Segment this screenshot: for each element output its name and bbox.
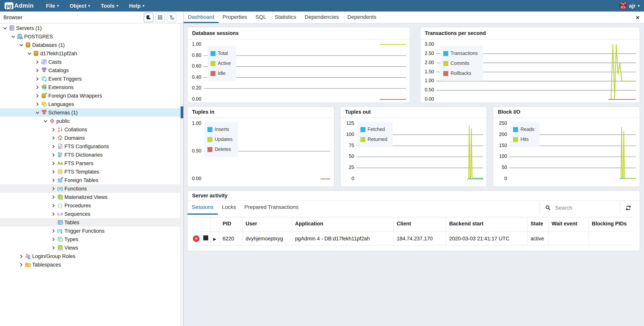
tree-item-foreign-data-wrappers[interactable]: Foreign Data Wrappers	[0, 91, 180, 100]
chevron-right-icon[interactable]	[50, 228, 56, 234]
tree-item-databases-1[interactable]: Databases (1)	[0, 41, 180, 49]
chevron-right-icon[interactable]	[50, 152, 56, 158]
tree-item-collations[interactable]: ABCollations	[0, 125, 180, 134]
chevron-right-icon[interactable]	[50, 135, 56, 141]
chevron-right-icon[interactable]	[34, 101, 40, 107]
tree-item-foreign-tables[interactable]: Foreign Tables	[0, 176, 180, 184]
tab-dependencies[interactable]: Dependencies	[300, 12, 343, 23]
user-menu[interactable]: ajr ▾	[620, 2, 640, 9]
tree-item-trigger-functions[interactable]: {}Trigger Functions	[0, 227, 180, 235]
chevron-down-icon[interactable]	[34, 110, 40, 115]
tree-item-fts-configurations[interactable]: FTS Configurations	[0, 142, 180, 150]
chevron-right-icon[interactable]	[34, 76, 40, 82]
chevron-down-icon: ▾	[57, 4, 59, 8]
view-data-button[interactable]	[155, 13, 165, 22]
chevron-down-icon[interactable]	[42, 118, 48, 124]
chevron-right-icon[interactable]	[18, 253, 24, 259]
tree-item-event-triggers[interactable]: Event Triggers	[0, 75, 180, 83]
no-chevron	[50, 219, 56, 225]
tree-item-fts-templates[interactable]: FTS Templates	[0, 168, 180, 176]
tree-item-sequences[interactable]: 1..3Sequences	[0, 210, 180, 218]
tab-dependents[interactable]: Dependents	[343, 12, 380, 23]
chevron-right-icon[interactable]	[34, 59, 40, 65]
chevron-right-icon[interactable]	[34, 84, 40, 90]
chevron-right-icon[interactable]	[50, 186, 56, 191]
chart-tuples-in: Tuples in 1.000.500.00InsertsUpdatesDele…	[187, 106, 334, 187]
tree-item-domains[interactable]: Domains	[0, 134, 180, 142]
column-header-pid: PID	[219, 217, 242, 232]
tree-item-languages[interactable]: Languages	[0, 100, 180, 108]
chevron-down-icon[interactable]	[10, 34, 16, 39]
chevron-down-icon[interactable]	[26, 51, 32, 56]
cancel-icon[interactable]: ×	[193, 235, 200, 242]
sidebar-scrollbar[interactable]	[180, 24, 183, 326]
chevron-right-icon[interactable]	[50, 211, 56, 217]
chevron-right-icon[interactable]	[50, 169, 56, 175]
tree-item-d17fekh11pf2ah[interactable]: d17fekh11pf2ah	[0, 49, 180, 58]
chevron-right-icon[interactable]	[50, 143, 56, 149]
chevron-right-icon[interactable]	[34, 93, 40, 98]
y-axis-tick: 50	[340, 154, 354, 159]
menu-label: Object	[70, 3, 86, 9]
query-tool-button[interactable]	[144, 13, 154, 22]
tab-properties[interactable]: Properties	[218, 12, 251, 23]
tree-item-postgres[interactable]: POSTGRES	[0, 32, 180, 41]
browser-sidebar: Browser Servers (1)POSTGRESDatabases (1)…	[0, 12, 184, 326]
chevron-right-icon[interactable]	[18, 262, 24, 267]
tree-item-procedures[interactable]: {}Procedures	[0, 201, 180, 210]
sidebar-scrollbar-thumb[interactable]	[180, 106, 183, 118]
chevron-right-icon[interactable]	[50, 236, 56, 242]
activity-tab-sessions[interactable]: Sessions	[188, 201, 218, 215]
activity-tab-prepared-transactions[interactable]: Prepared Transactions	[240, 201, 303, 215]
tab-dashboard[interactable]: Dashboard	[184, 12, 218, 23]
menu-file[interactable]: File▾	[46, 3, 59, 9]
menu-label: File	[46, 3, 55, 9]
expand-icon[interactable]: ▶	[213, 237, 216, 241]
chevron-down-icon: ▾	[116, 4, 118, 8]
tree-item-views[interactable]: Views	[0, 243, 180, 252]
tree-item-fts-dictionaries[interactable]: FTS Dictionaries	[0, 150, 180, 159]
legend-label: Total	[218, 51, 228, 56]
tree-item-casts[interactable]: Casts	[0, 58, 180, 66]
chart-transactions-per-second: Transactions per second 3.002.502.001.50…	[420, 27, 640, 103]
activity-tab-locks[interactable]: Locks	[218, 201, 240, 215]
tree-item-extensions[interactable]: Extensions	[0, 83, 180, 91]
tree-item-label: Casts	[48, 59, 62, 65]
tree-item-label: Languages	[48, 101, 74, 107]
y-axis-tick: 0.60	[188, 63, 201, 69]
chevron-right-icon[interactable]	[50, 194, 56, 200]
tree-item-login-group-roles[interactable]: Login/Group Roles	[0, 252, 180, 260]
tree-item-catalogs[interactable]: Catalogs	[0, 66, 180, 75]
menu-object[interactable]: Object▾	[70, 3, 90, 9]
tree-item-tables[interactable]: Tables	[0, 218, 180, 227]
search-input[interactable]	[555, 205, 620, 211]
tree-item-label: Collations	[64, 126, 87, 132]
chevron-right-icon[interactable]	[34, 67, 40, 73]
tree-item-schemas-1[interactable]: Schemas (1)	[0, 108, 180, 117]
tree-item-public[interactable]: public	[0, 117, 180, 125]
stop-icon[interactable]	[203, 235, 208, 240]
chevron-down-icon[interactable]	[18, 42, 24, 48]
tree-item-types[interactable]: Types	[0, 235, 180, 243]
close-panel-icon[interactable]: ×	[631, 12, 644, 23]
filtered-rows-button[interactable]	[167, 13, 176, 22]
chevron-right-icon[interactable]	[50, 160, 56, 166]
chevron-right-icon[interactable]	[50, 203, 56, 208]
tree-item-materialized-views[interactable]: Materialized Views	[0, 193, 180, 201]
y-axis-tick: 0.20	[188, 85, 201, 91]
chevron-right-icon[interactable]	[50, 177, 56, 183]
chevron-down-icon[interactable]	[2, 25, 8, 31]
tree-item-fts-parsers[interactable]: AaFTS Parsers	[0, 159, 180, 168]
chevron-right-icon[interactable]	[50, 126, 56, 132]
menu-tools[interactable]: Tools▾	[101, 3, 118, 9]
column-header-application: Application	[292, 217, 394, 232]
refresh-button[interactable]	[620, 202, 636, 214]
tree-item-functions[interactable]: {}Functions	[0, 184, 180, 193]
tab-statistics[interactable]: Statistics	[270, 12, 300, 23]
menu-help[interactable]: Help▾	[129, 3, 144, 9]
chevron-right-icon[interactable]	[50, 245, 56, 251]
tree-item-tablespaces[interactable]: Tablespaces	[0, 260, 180, 269]
tab-sql[interactable]: SQL	[251, 12, 270, 23]
tree-item-label: Event Triggers	[48, 76, 82, 82]
tree-item-servers-1[interactable]: Servers (1)	[0, 24, 180, 32]
